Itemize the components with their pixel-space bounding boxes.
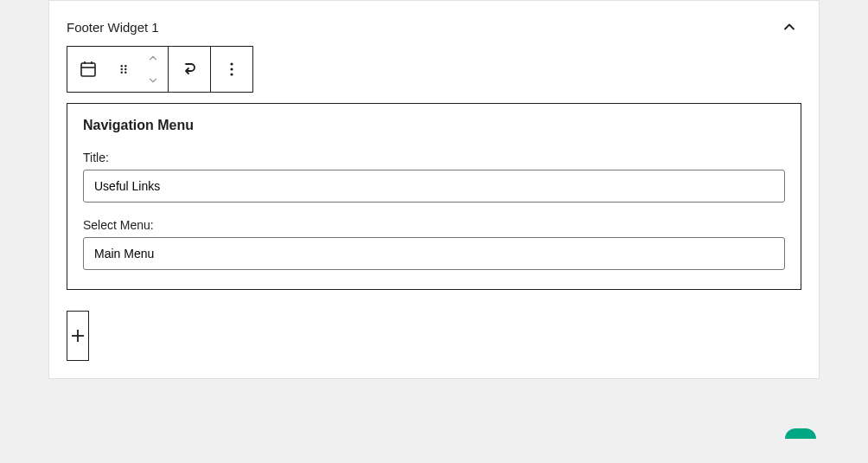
panel-title: Footer Widget 1 <box>67 20 159 35</box>
calendar-icon <box>78 59 99 80</box>
more-vertical-icon <box>221 59 242 80</box>
svg-point-6 <box>121 68 123 70</box>
svg-point-4 <box>121 65 123 67</box>
title-input[interactable] <box>83 170 785 203</box>
toolbar-group-move <box>169 47 211 92</box>
drag-handle-icon <box>116 61 131 77</box>
widget-area-panel: Footer Widget 1 <box>48 0 820 379</box>
toolbar-group-block <box>67 47 169 92</box>
add-block-button[interactable] <box>67 311 89 361</box>
chevron-up-icon <box>781 18 798 35</box>
drag-handle-button[interactable] <box>109 47 138 92</box>
move-arrow-icon <box>179 59 200 80</box>
svg-rect-0 <box>81 63 95 76</box>
select-menu-label: Select Menu: <box>83 218 785 232</box>
title-field-label: Title: <box>83 151 785 164</box>
svg-point-10 <box>230 62 233 65</box>
svg-point-9 <box>124 72 126 74</box>
chevron-down-icon <box>146 74 160 87</box>
panel-header: Footer Widget 1 <box>49 1 819 46</box>
svg-point-12 <box>230 73 233 75</box>
move-up-button[interactable] <box>138 47 168 69</box>
svg-point-11 <box>230 68 233 70</box>
chevron-up-icon <box>146 52 160 64</box>
more-options-button[interactable] <box>211 47 252 92</box>
collapse-toggle-button[interactable] <box>777 15 801 39</box>
toolbar-group-more <box>211 47 252 92</box>
select-menu-dropdown[interactable]: Main Menu <box>83 237 785 270</box>
move-down-button[interactable] <box>138 69 168 92</box>
block-type-button[interactable] <box>67 47 109 92</box>
help-fab-button[interactable] <box>785 428 816 439</box>
block-toolbar <box>67 46 253 93</box>
plus-icon <box>67 325 88 346</box>
select-menu-wrapper: Main Menu <box>83 237 785 270</box>
move-to-button[interactable] <box>169 47 210 92</box>
svg-point-8 <box>121 72 123 74</box>
widget-block-heading: Navigation Menu <box>83 118 785 133</box>
svg-point-5 <box>124 65 126 67</box>
svg-point-7 <box>124 68 126 70</box>
block-mover <box>138 47 168 92</box>
navigation-menu-widget-block[interactable]: Navigation Menu Title: Select Menu: Main… <box>67 103 801 290</box>
